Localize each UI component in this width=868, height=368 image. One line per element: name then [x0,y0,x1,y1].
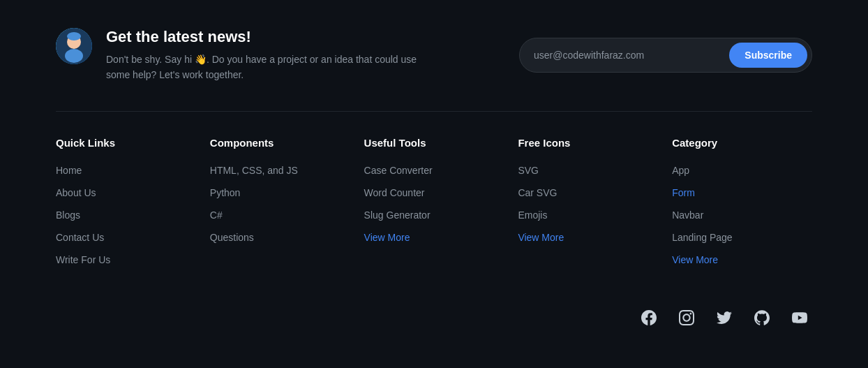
free-icons-list: SVG Car SVG Emojis View More [518,164,658,244]
list-item: About Us [56,186,196,199]
social-section [56,291,812,330]
list-item: Slug Generator [364,209,504,221]
link-car-svg[interactable]: Car SVG [518,187,557,198]
brand-text: Get the latest news! Don't be shy. Say h… [106,28,419,83]
list-item: C# [210,209,350,221]
link-navbar[interactable]: Navbar [672,209,703,221]
facebook-icon[interactable] [636,305,661,330]
brand-description: Don't be shy. Say hi 👋. Do you have a pr… [106,52,419,83]
link-home[interactable]: Home [56,165,82,176]
list-item: Navbar [672,209,812,221]
category-column: Category App Form Navbar Landing Page Vi… [672,137,812,266]
useful-tools-column: Useful Tools Case Converter Word Counter… [364,137,504,266]
link-word-counter[interactable]: Word Counter [364,187,425,198]
quick-links-column: Quick Links Home About Us Blogs Contact … [56,137,196,266]
link-case-converter[interactable]: Case Converter [364,165,433,176]
useful-tools-list: Case Converter Word Counter Slug Generat… [364,164,504,244]
list-item: SVG [518,164,658,177]
quick-links-list: Home About Us Blogs Contact Us Write For… [56,164,196,266]
link-csharp[interactable]: C# [210,209,223,221]
list-item: HTML, CSS, and JS [210,164,350,177]
instagram-icon[interactable] [674,305,699,330]
list-item: Word Counter [364,186,504,199]
youtube-icon[interactable] [787,305,812,330]
list-item: Blogs [56,209,196,221]
brand-section: Get the latest news! Don't be shy. Say h… [56,28,419,83]
github-icon[interactable] [749,305,775,330]
list-item: Write For Us [56,253,196,266]
link-python[interactable]: Python [210,187,241,198]
category-list: App Form Navbar Landing Page View More [672,164,812,266]
link-about-us[interactable]: About Us [56,187,96,198]
components-column: Components HTML, CSS, and JS Python C# Q… [210,137,350,266]
list-item: Python [210,186,350,199]
top-section: Get the latest news! Don't be shy. Say h… [56,28,812,111]
list-item: Form [672,186,812,199]
divider [56,111,812,112]
list-item: Car SVG [518,186,658,199]
link-landing-page[interactable]: Landing Page [672,232,732,243]
list-item: Case Converter [364,164,504,177]
link-category-view-more[interactable]: View More [672,254,718,265]
footer-columns: Quick Links Home About Us Blogs Contact … [56,137,812,266]
subscribe-form: Subscribe [519,38,812,73]
category-heading: Category [672,137,812,149]
link-form[interactable]: Form [672,187,695,198]
link-emojis[interactable]: Emojis [518,209,547,221]
subscribe-button[interactable]: Subscribe [729,43,807,68]
email-input[interactable] [534,50,729,61]
list-item: Landing Page [672,231,812,244]
free-icons-heading: Free Icons [518,137,658,149]
list-item: App [672,164,812,177]
link-icons-view-more[interactable]: View More [518,232,564,243]
components-list: HTML, CSS, and JS Python C# Questions [210,164,350,244]
components-heading: Components [210,137,350,149]
list-item: Emojis [518,209,658,221]
link-svg[interactable]: SVG [518,165,539,176]
useful-tools-heading: Useful Tools [364,137,504,149]
list-item: Questions [210,231,350,244]
footer: Get the latest news! Don't be shy. Say h… [0,0,868,351]
link-questions[interactable]: Questions [210,232,254,243]
svg-point-3 [65,49,83,63]
brand-title: Get the latest news! [106,28,419,46]
link-slug-generator[interactable]: Slug Generator [364,209,431,221]
link-tools-view-more[interactable]: View More [364,232,410,243]
link-html-css-js[interactable]: HTML, CSS, and JS [210,165,298,176]
list-item: View More [672,253,812,266]
list-item: Contact Us [56,231,196,244]
list-item: Home [56,164,196,177]
link-write-for-us[interactable]: Write For Us [56,254,110,265]
list-item: View More [518,231,658,244]
free-icons-column: Free Icons SVG Car SVG Emojis View More [518,137,658,266]
twitter-icon[interactable] [712,305,737,330]
link-contact-us[interactable]: Contact Us [56,232,104,243]
svg-point-2 [67,32,81,41]
link-blogs[interactable]: Blogs [56,209,80,221]
list-item: View More [364,231,504,244]
avatar [56,28,92,64]
link-app[interactable]: App [672,165,689,176]
quick-links-heading: Quick Links [56,137,196,149]
